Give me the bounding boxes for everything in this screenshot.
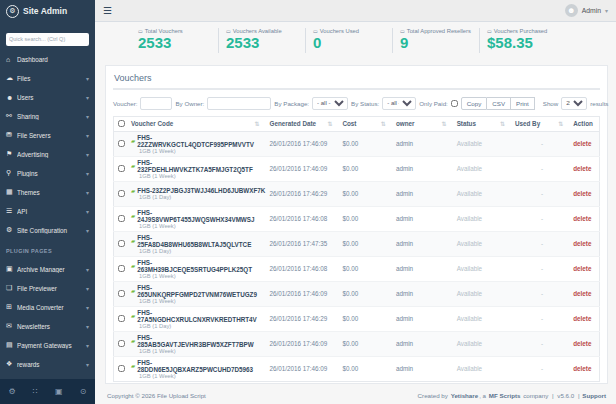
yetishare-link[interactable]: Yetishare <box>451 392 479 399</box>
row-checkbox[interactable] <box>118 315 125 322</box>
sidebar-item[interactable]: ❏ File Previewer ▾ <box>0 279 95 298</box>
delete-link[interactable]: delete <box>573 365 591 372</box>
tag-icon: ▰ <box>131 163 135 169</box>
voucher-row: ▰ FHS-23Z2PJBGJ3TWJJ46LHD6JUBWXF7K 1GB (… <box>114 181 600 206</box>
owner: admin <box>394 256 455 281</box>
sidebar-item-label: Themes <box>17 189 86 196</box>
sidebar-item[interactable]: ⛃ File Servers ▾ <box>0 126 95 145</box>
stat-tile: ▭ Vouchers Used 0 <box>305 28 392 53</box>
voucher-code-link[interactable]: FHS-265UNKQRPFGMPD2TVNM76WETUGZ9 <box>137 284 265 298</box>
sidebar-item[interactable]: ☰ API ▾ <box>0 202 95 221</box>
voucher-filter-input[interactable] <box>140 97 172 110</box>
status: Available <box>455 356 513 381</box>
delete-link[interactable]: delete <box>573 315 591 322</box>
plugin-pages-heading: PLUGIN PAGES <box>0 240 95 257</box>
app-logo[interactable]: ⚙ Site Admin <box>0 0 95 22</box>
row-checkbox[interactable] <box>118 365 125 372</box>
row-checkbox[interactable] <box>118 140 125 147</box>
sidebar-item[interactable]: ▦ Themes ▾ <box>0 183 95 202</box>
sidebar-item[interactable]: ⚯ Sharing ▾ <box>0 107 95 126</box>
voucher-code-link[interactable]: FHS-232FDEHLHWVKZTK7A5FMJGT2Q5TF <box>137 159 265 173</box>
tag-icon: ▰ <box>131 338 135 344</box>
row-checkbox[interactable] <box>118 265 125 272</box>
row-checkbox[interactable] <box>118 215 125 222</box>
delete-link[interactable]: delete <box>573 140 591 147</box>
settings-icon: ⚙ <box>9 387 16 396</box>
export-button[interactable]: Print <box>511 97 535 110</box>
sort-icon[interactable]: ⇅ <box>381 120 386 127</box>
voucher-code-link[interactable]: FHS-27A5NGDHCXRULCNXRVKREDTHRT4V <box>137 309 265 323</box>
sidebar-item[interactable]: ⊞ Media Converter ▾ <box>0 298 95 317</box>
stat-value: $58.35 <box>487 34 566 53</box>
sidebar-item[interactable]: ⚑ Advertising ▾ <box>0 145 95 164</box>
row-checkbox[interactable] <box>118 340 125 347</box>
gear-icon: ⚙ <box>6 226 17 234</box>
cost: $0.00 <box>340 131 393 156</box>
support-link[interactable]: Support <box>582 392 606 399</box>
sidebar-item[interactable]: ⌂ Dashboard ▾ <box>0 50 95 69</box>
voucher-size: 1GB (1 Week) <box>139 298 266 304</box>
sort-icon[interactable]: ⇅ <box>255 120 260 127</box>
delete-link[interactable]: delete <box>573 240 591 247</box>
voucher-filter-label: Voucher: <box>113 100 137 107</box>
delete-link[interactable]: delete <box>573 165 591 172</box>
stat-tile: ▭ Total Approved Resellers 9 <box>392 28 479 53</box>
sort-icon[interactable]: ⇅ <box>500 120 505 127</box>
sidebar-item[interactable]: ❖ rewards ▾ <box>0 355 95 374</box>
row-checkbox[interactable] <box>118 290 125 297</box>
user-menu[interactable]: ☻ Admin ▾ <box>565 4 608 17</box>
hamburger-icon[interactable]: ☰ <box>103 6 112 16</box>
avatar: ☻ <box>565 4 578 17</box>
select-all-checkbox[interactable] <box>118 120 125 127</box>
voucher-code-link[interactable]: FHS-285AB5GAVTJEVHR3BFW5XZFT7BPW <box>137 334 265 348</box>
sidebar-item[interactable]: ⚲ Plugins ▾ <box>0 164 95 183</box>
used-by: - <box>513 256 571 281</box>
delete-link[interactable]: delete <box>573 215 591 222</box>
owner-filter-input[interactable] <box>207 97 271 110</box>
voucher-code-link[interactable]: FHS-28DDN6E5JQBXARZ5PWCUHD7D5963 <box>137 359 265 373</box>
owner: admin <box>394 306 455 331</box>
sidebar-item[interactable]: ▣ Archive Manager ▾ <box>0 260 95 279</box>
sort-icon[interactable]: ⇅ <box>558 120 563 127</box>
sort-icon[interactable]: ⇅ <box>442 120 447 127</box>
voucher-code-link[interactable]: FHS-25FA8D4B8WHU65B8WLTAJ5QLVTCE <box>137 234 265 248</box>
voucher-size: 1GB (1 Week) <box>139 223 266 229</box>
voucher-code-link[interactable]: FHS-24J9S8VWP6T455JWQSWHX34VMWSJ <box>137 209 265 223</box>
stat-tile: ▭ Vouchers Purchased $58.35 <box>479 28 566 53</box>
status-filter-label: By Status: <box>351 100 379 107</box>
chevron-down-icon: ▾ <box>86 266 89 273</box>
delete-link[interactable]: delete <box>573 265 591 272</box>
sidebar-item[interactable]: ☁ Files ▾ <box>0 69 95 88</box>
chevron-down-icon: ▾ <box>86 132 89 139</box>
status-filter-select[interactable]: - all - <box>382 97 416 110</box>
owner-filter-label: By Owner: <box>175 100 204 107</box>
show-entries-select[interactable]: 25 <box>561 97 587 110</box>
generated-date: 26/01/2016 17:46:09 <box>268 356 341 381</box>
vouchers-panel: Vouchers Voucher: By Owner: By Package: … <box>105 65 608 384</box>
delete-link[interactable]: delete <box>573 190 591 197</box>
sort-icon[interactable]: ⇅ <box>327 120 332 127</box>
voucher-row: ▰ FHS-265UNKQRPFGMPD2TVNM76WETUGZ9 1GB (… <box>114 281 600 306</box>
stat-label: Vouchers Used <box>320 28 359 34</box>
copyright-text: Copyright © 2026 File Upload Script <box>107 392 206 399</box>
row-checkbox[interactable] <box>118 190 125 197</box>
sidebar-item[interactable]: ⚙ Site Configuration ▾ <box>0 221 95 240</box>
sidebar-item[interactable]: ☻ Users ▾ <box>0 88 95 107</box>
delete-link[interactable]: delete <box>573 290 591 297</box>
export-button[interactable]: CSV <box>487 97 511 110</box>
megaphone-icon: ⚑ <box>6 150 17 158</box>
sidebar-item[interactable]: ✉ Newsletters ▾ <box>0 317 95 336</box>
package-filter-select[interactable]: - all - <box>312 97 348 110</box>
row-checkbox[interactable] <box>118 165 125 172</box>
delete-link[interactable]: delete <box>573 340 591 347</box>
fullscreen-icon: ∷ <box>33 387 38 396</box>
row-checkbox[interactable] <box>118 240 125 247</box>
sidebar-item[interactable]: ▤ Payment Gateways ▾ <box>0 336 95 355</box>
quick-search-input[interactable] <box>6 33 89 46</box>
export-button[interactable]: Copy <box>461 97 487 110</box>
mfscripts-link[interactable]: MF Scripts <box>489 392 521 399</box>
voucher-code-link[interactable]: FHS-22ZZWRVKGCTL4QDTCF995PPMVVTV <box>137 134 265 148</box>
voucher-code-link[interactable]: FHS-263MH39BJCEQE5SRTUG4PPLK25QT <box>137 259 265 273</box>
voucher-code-link[interactable]: FHS-23Z2PJBGJ3TWJJ46LHD6JUBWXF7K <box>137 187 265 194</box>
only-paid-checkbox[interactable] <box>451 100 458 107</box>
